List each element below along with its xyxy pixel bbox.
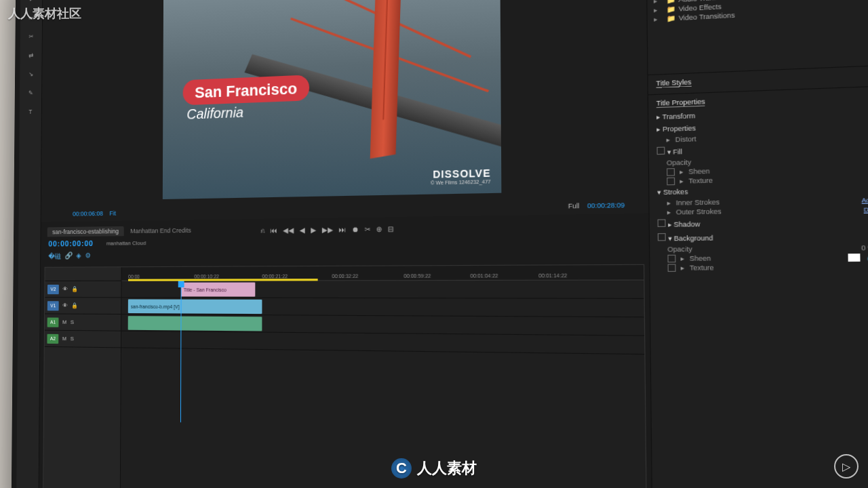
snap-icon[interactable]: �磁: [48, 251, 61, 261]
color-swatch[interactable]: [848, 253, 860, 262]
track-header-v1[interactable]: V1👁🔒: [45, 298, 121, 314]
transport-bar: ⎌ ⏮ ◀◀ ◀ ▶ ▶▶ ⏭ ⏺ ✂ ⊕ ⊟: [261, 225, 394, 235]
btn-insert[interactable]: ⊕: [376, 225, 382, 233]
btn-step-back[interactable]: ◀◀: [283, 226, 294, 235]
clip-audio[interactable]: [128, 316, 262, 331]
timeline-body: V2👁🔒 V1👁🔒 A1MS A2MS 00:00 00:00:10:22 00…: [43, 264, 647, 488]
track-header-a2[interactable]: A2MS: [45, 331, 121, 348]
dissolve-logo: DISSOLVE: [431, 167, 491, 180]
watermark-top-left: 人人素材社区: [8, 5, 81, 22]
btn-play-reverse[interactable]: ◀: [300, 226, 305, 235]
btn-overwrite[interactable]: ⊟: [388, 225, 394, 233]
watermark-bottom: C 人人素材: [391, 458, 477, 479]
row-bg-texture[interactable]: ▸ Texture: [658, 262, 868, 272]
clip-title[interactable]: Title - San Francisco: [181, 283, 256, 297]
sequence-tab[interactable]: san-francisco-establishing: [47, 226, 124, 237]
tab-title-styles[interactable]: Title Styles: [656, 78, 691, 87]
stock-watermark: DISSOLVE © We Films 1246232_477: [431, 167, 491, 186]
timeline-panel: san-francisco-establishing Manhattan End…: [39, 214, 652, 488]
tool-slip[interactable]: ⇄: [25, 49, 37, 62]
video-preview: San Francisco California DISSOLVE © We F…: [163, 0, 502, 199]
tool-pen[interactable]: ↘: [25, 68, 37, 81]
btn-goto-out[interactable]: ⏭: [339, 226, 346, 234]
btn-goto-in[interactable]: ⏮: [271, 226, 277, 235]
lower-third-subtitle: California: [182, 100, 309, 124]
right-panels: Info Effects ▭▣🗑 ▸📁Presets ▸📁Lumetri Pre…: [646, 0, 868, 488]
zoom-dropdown[interactable]: Full: [568, 202, 580, 209]
track-a2[interactable]: [121, 331, 644, 354]
link-add-inner[interactable]: Add: [862, 196, 868, 203]
premiere-app: ▸ ▭ ✂ ⇄ ↘ ✎ T: [16, 0, 868, 488]
tool-selection[interactable]: ▸: [26, 0, 37, 5]
marker-icon[interactable]: ◈: [76, 251, 81, 261]
fit-dropdown[interactable]: Fit: [109, 210, 116, 217]
clip-label: manhattan Cloud: [106, 240, 146, 247]
track-area[interactable]: 00:00 00:00:10:22 00:00:21:22 00:00:32:2…: [121, 265, 646, 488]
title-properties-panel: Title Properties ▸ Transform ▸ Propertie…: [648, 87, 868, 488]
screen: ▸ ▭ ✂ ⇄ ↘ ✎ T: [16, 0, 868, 488]
btn-record[interactable]: ⏺: [352, 226, 359, 234]
btn-mark-in[interactable]: ⎌: [261, 226, 265, 235]
clip-video[interactable]: san-francisco-b.mp4 [V]: [128, 299, 262, 314]
program-right-controls: Full 00:00:28:09: [568, 201, 625, 210]
track-header-v2[interactable]: V2👁🔒: [45, 281, 121, 298]
monitor-frame: ▸ ▭ ✂ ⇄ ↘ ✎ T: [12, 0, 868, 488]
section-background[interactable]: ▾ Background: [658, 228, 868, 245]
program-monitor[interactable]: San Francisco California DISSOLVE © We F…: [41, 0, 649, 222]
lower-third: San Francisco California: [182, 75, 309, 124]
track-v2[interactable]: Title - San Francisco: [121, 281, 644, 299]
track-headers: V2👁🔒 V1👁🔒 A1MS A2MS: [43, 267, 122, 488]
tracks: Title - San Francisco san-francisco-b.mp…: [121, 281, 644, 355]
program-monitor-panel: San Francisco California DISSOLVE © We F…: [41, 0, 649, 222]
program-timecode[interactable]: 00:00:06:08: [73, 210, 103, 218]
center-column: San Francisco California DISSOLVE © We F…: [39, 0, 652, 488]
program-left-controls: 00:00:06:08 Fit: [73, 210, 116, 218]
credit-tab[interactable]: Manhattan End Credits: [130, 227, 191, 235]
settings-icon[interactable]: ⚙: [85, 251, 91, 261]
tab-title-properties[interactable]: Title Properties: [656, 98, 705, 108]
time-ruler[interactable]: 00:00 00:00:10:22 00:00:21:22 00:00:32:2…: [121, 265, 644, 281]
btn-lift[interactable]: ✂: [365, 225, 370, 233]
timeline-timecode[interactable]: 00:00:00:00: [48, 239, 93, 248]
eyedropper-icon[interactable]: 💧: [865, 253, 868, 262]
btn-play[interactable]: ▶: [311, 226, 316, 234]
watermark-logo: C: [391, 458, 412, 479]
play-overlay-icon[interactable]: ▷: [834, 454, 859, 479]
tool-razor[interactable]: ✂: [25, 30, 37, 43]
effects-panel: Info Effects ▭▣🗑 ▸📁Presets ▸📁Lumetri Pre…: [647, 0, 868, 75]
btn-step-fwd[interactable]: ▶▶: [322, 226, 334, 234]
program-duration: 00:00:28:09: [587, 201, 625, 209]
row-bg-sheen[interactable]: ▸ Sheen💧: [658, 253, 868, 264]
tool-hand[interactable]: ✎: [25, 87, 37, 100]
track-header-a1[interactable]: A1MS: [45, 314, 121, 331]
playhead[interactable]: [180, 281, 182, 423]
linked-sel-icon[interactable]: 🔗: [64, 251, 72, 261]
tool-type[interactable]: T: [25, 106, 37, 119]
link-del-outer[interactable]: Del: [864, 205, 868, 213]
